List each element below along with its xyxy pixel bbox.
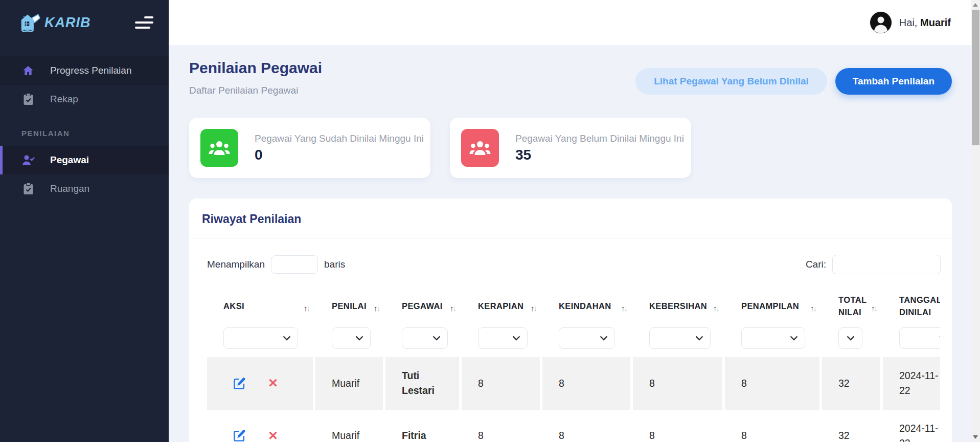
column-header-pegawai[interactable]: PEGAWAI↑↓ xyxy=(385,286,462,326)
sidebar-item-label: Ruangan xyxy=(50,183,89,194)
chevron-down-icon xyxy=(355,336,363,341)
sidebar-menu: Progress Penilaian Rekap PENILAIAN Pegaw… xyxy=(0,56,169,203)
sort-icon[interactable]: ↑↓ xyxy=(531,303,536,314)
cell-total-nilai: 32 xyxy=(822,410,883,442)
cell-kebersihan: 8 xyxy=(633,357,725,410)
sidebar-item-progress-penilaian[interactable]: Progress Penilaian xyxy=(0,56,169,85)
chevron-down-icon xyxy=(283,336,291,341)
sidebar-section-label: PENILAIAN xyxy=(21,129,169,138)
sidebar-item-rekap[interactable]: Rekap xyxy=(0,85,169,114)
sidebar-item-label: Rekap xyxy=(50,94,78,105)
cell-tanggal-dinilai: 2024-11-22 xyxy=(883,410,940,442)
chevron-down-icon xyxy=(939,336,940,341)
filter-select-penampilan[interactable] xyxy=(741,327,805,349)
stat-value: 0 xyxy=(255,147,424,163)
sidebar-toggle-icon[interactable] xyxy=(135,16,153,29)
page-length-input[interactable] xyxy=(271,255,318,274)
scrollbar-thumb[interactable] xyxy=(972,10,979,145)
cell-kerapian: 8 xyxy=(462,410,542,442)
riwayat-penilaian-card: Riwayat Penilaian Menampilkan baris Cari… xyxy=(189,198,952,442)
filter-select-penilai[interactable] xyxy=(332,327,371,349)
sidebar: KARIB Progress Penilaian Rekap PENILAIAN… xyxy=(0,0,169,442)
chevron-down-icon xyxy=(790,336,798,341)
column-header-penampilan[interactable]: PENAMPILAN↑↓ xyxy=(725,286,822,326)
username: Muarif xyxy=(920,17,951,28)
sidebar-item-ruangan[interactable]: Ruangan xyxy=(0,174,169,203)
tambah-penilaian-button[interactable]: Tambah Penilaian xyxy=(835,68,952,95)
scrollbar-down-arrow-icon[interactable] xyxy=(973,435,978,439)
chevron-down-icon xyxy=(847,336,855,341)
stat-label: Pegawai Yang Sudah Dinilai Minggu Ini xyxy=(255,133,424,144)
stat-label: Pegawai Yang Belum Dinilai Minggu Ini xyxy=(515,133,684,144)
sort-icon[interactable]: ↑↓ xyxy=(374,303,379,314)
chevron-down-icon xyxy=(695,336,703,341)
sort-icon[interactable]: ↑↓ xyxy=(621,303,627,314)
filter-select-total-nilai[interactable] xyxy=(838,327,862,349)
column-header-keindahan[interactable]: KEINDAHAN↑↓ xyxy=(542,286,633,326)
sort-icon[interactable]: ↑↓ xyxy=(871,303,877,314)
page-subtitle: Daftar Penilaian Pegawai xyxy=(189,85,322,96)
filter-select-aksi[interactable] xyxy=(223,327,298,349)
cell-penampilan: 8 xyxy=(725,357,822,410)
column-header-kerapian[interactable]: KERAPIAN↑↓ xyxy=(462,286,542,326)
cell-kerapian: 8 xyxy=(462,357,542,410)
riwayat-table: AKSI↑↓ PENILAI↑↓ PEGAWAI↑↓ KERAPIAN↑↓ KE… xyxy=(207,286,940,442)
delete-x-icon[interactable]: ✕ xyxy=(268,430,278,442)
stat-card-belum-dinilai: Pegawai Yang Belum Dinilai Minggu Ini 35 xyxy=(450,118,691,178)
sidebar-item-label: Pegawai xyxy=(50,154,89,166)
sort-icon[interactable]: ↑↓ xyxy=(713,303,719,314)
stat-card-sudah-dinilai: Pegawai Yang Sudah Dinilai Minggu Ini 0 xyxy=(189,118,430,178)
page-title: Penilaian Pegawai xyxy=(189,59,322,77)
user-avatar[interactable] xyxy=(870,11,892,34)
user-check-icon xyxy=(21,154,35,166)
greeting-prefix: Hai, xyxy=(899,17,918,28)
column-header-tanggal-dinilai[interactable]: TANGGAL DINILAI xyxy=(883,286,940,326)
page-length-label-before: Menampilkan xyxy=(207,259,265,270)
filter-select-pegawai[interactable] xyxy=(402,327,448,349)
cell-pegawai: Fitria xyxy=(385,410,462,442)
clipboard-check-icon xyxy=(21,93,35,105)
edit-icon[interactable] xyxy=(233,429,246,442)
column-header-kebersihan[interactable]: KEBERSIHAN↑↓ xyxy=(633,286,725,326)
sort-icon[interactable]: ↑↓ xyxy=(450,303,455,314)
house-broom-logo-icon xyxy=(19,13,41,32)
cell-penilai: Muarif xyxy=(315,357,385,410)
sort-icon[interactable]: ↑↓ xyxy=(810,303,816,314)
delete-x-icon[interactable]: ✕ xyxy=(268,377,278,389)
app-logo[interactable]: KARIB xyxy=(19,13,91,32)
user-greeting: Hai, Muarif xyxy=(899,17,951,29)
filter-select-tanggal-dinilai[interactable] xyxy=(899,327,940,349)
chevron-down-icon xyxy=(600,336,608,341)
table-row: ✕ Muarif Tuti Lestari 8 8 8 8 32 2024-11… xyxy=(207,357,940,410)
stat-value: 35 xyxy=(515,147,684,163)
lihat-pegawai-belum-dinilai-button[interactable]: Lihat Pegawai Yang Belum Dinilai xyxy=(635,68,827,95)
users-group-icon xyxy=(461,129,499,167)
cell-penampilan: 8 xyxy=(725,410,822,442)
cell-tanggal-dinilai: 2024-11-22 xyxy=(883,357,940,410)
column-header-aksi[interactable]: AKSI↑↓ xyxy=(207,286,315,326)
sidebar-item-pegawai[interactable]: Pegawai xyxy=(0,146,169,174)
edit-icon[interactable] xyxy=(233,377,246,390)
chevron-down-icon xyxy=(432,336,441,341)
page-length-label-after: baris xyxy=(324,259,345,270)
cell-total-nilai: 32 xyxy=(822,357,883,410)
logo-text: KARIB xyxy=(44,15,91,31)
sidebar-item-label: Progress Penilaian xyxy=(50,65,131,76)
sort-icon[interactable]: ↑↓ xyxy=(304,303,309,314)
search-input[interactable] xyxy=(832,255,941,274)
filter-select-keindahan[interactable] xyxy=(559,327,615,349)
scrollbar-up-arrow-icon[interactable] xyxy=(973,3,978,7)
table-row: ✕ Muarif Fitria 8 8 8 8 32 2024-11-22 xyxy=(207,410,940,442)
users-group-icon xyxy=(200,129,238,167)
cell-pegawai: Tuti Lestari xyxy=(385,357,462,410)
search-label: Cari: xyxy=(806,259,826,270)
cell-kebersihan: 8 xyxy=(633,410,725,442)
filter-select-kebersihan[interactable] xyxy=(649,327,711,349)
top-header: Hai, Muarif xyxy=(169,0,971,45)
filter-select-kerapian[interactable] xyxy=(478,327,528,349)
column-header-penilai[interactable]: PENILAI↑↓ xyxy=(315,286,385,326)
clipboard-check-icon xyxy=(21,183,35,195)
column-header-total-nilai[interactable]: TOTAL NILAI↑↓ xyxy=(822,286,883,326)
chevron-down-icon xyxy=(512,336,520,341)
page-scrollbar[interactable] xyxy=(971,0,980,442)
